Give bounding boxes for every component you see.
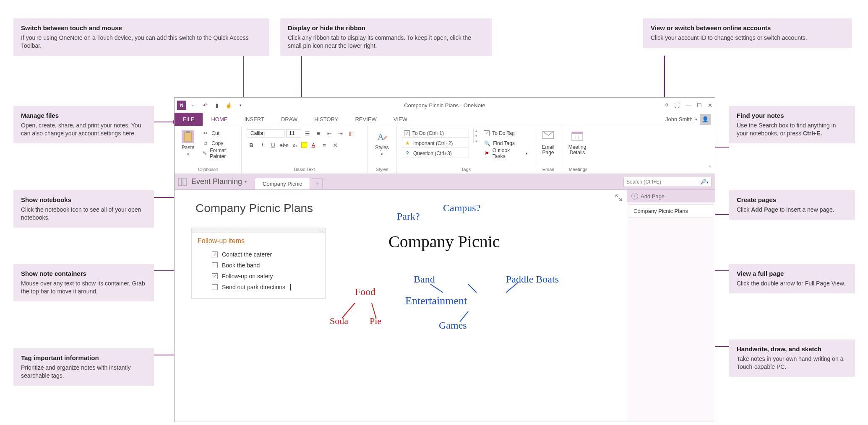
checkbox-icon[interactable] <box>212 262 218 268</box>
indent-left-icon[interactable]: ⇤ <box>325 129 334 138</box>
eraser-icon[interactable]: ◧ <box>347 129 356 138</box>
checkbox-icon[interactable]: ✓ <box>212 251 218 257</box>
bullets-icon[interactable]: ☰ <box>303 129 312 138</box>
scissors-icon: ✂ <box>202 130 209 137</box>
home-tab[interactable]: HOME <box>203 113 236 126</box>
checklist-item[interactable]: ✓Contact the caterer <box>212 249 319 260</box>
font-color-button[interactable]: A <box>309 140 318 150</box>
outlook-tasks-button[interactable]: ⚑Outlook Tasks▾ <box>482 149 530 158</box>
container-handle[interactable]: ↔ <box>192 228 325 233</box>
collapse-ribbon-icon[interactable]: ˄ <box>709 165 712 171</box>
history-tab[interactable]: HISTORY <box>306 113 347 126</box>
brush-icon: ✎ <box>202 150 207 157</box>
format-painter-button[interactable]: ✎Format Painter <box>201 149 236 158</box>
account-area[interactable]: John Smith ▾ 👤 <box>665 113 715 126</box>
page-canvas[interactable]: Company Picnic Plans ↔ Follow-up items ✓… <box>175 190 627 422</box>
page-list-item[interactable]: Company Picnic Plans <box>629 204 713 218</box>
todo-tag-button[interactable]: ✓To Do (Ctrl+1) <box>402 129 469 138</box>
handwritten-text: Band <box>414 274 435 285</box>
styles-button[interactable]: A Styles ▾ <box>373 129 391 156</box>
clear-format-button[interactable]: ✕ <box>331 140 340 150</box>
dock-icon[interactable]: ▮ <box>212 101 222 110</box>
indent-right-icon[interactable]: ⇥ <box>336 129 345 138</box>
chevron-down-icon: ▾ <box>187 152 189 156</box>
maximize-icon[interactable]: ☐ <box>697 102 702 109</box>
numbering-icon[interactable]: ≡ <box>314 129 323 138</box>
find-tags-button[interactable]: 🔍Find Tags <box>482 139 530 148</box>
add-section-button[interactable]: + <box>312 178 323 189</box>
full-screen-icon[interactable]: ⛶ <box>674 102 680 109</box>
qat-dropdown-icon[interactable]: ▾ <box>236 101 245 110</box>
view-tab[interactable]: VIEW <box>385 113 416 126</box>
checklist-item[interactable]: Book the band <box>212 260 319 271</box>
callout-title: View a full page <box>737 270 847 277</box>
meeting-details-button[interactable]: Meeting Details <box>566 129 588 155</box>
handwritten-text: Campus? <box>443 202 480 214</box>
highlight-button[interactable] <box>301 142 307 148</box>
minimize-icon[interactable]: — <box>686 102 691 109</box>
font-family-select[interactable]: Calibri <box>247 129 284 137</box>
tag-scroll-up-icon[interactable]: ▴ <box>475 129 477 133</box>
note-container[interactable]: ↔ Follow-up items ✓Contact the caterer B… <box>191 228 326 299</box>
ribbon: Paste ▾ ✂Cut ⧉Copy ✎Format Painter Clipb… <box>175 126 715 174</box>
window-controls: ? ⛶ — ☐ ✕ <box>665 102 712 109</box>
svg-rect-8 <box>178 178 182 186</box>
bold-button[interactable]: B <box>247 140 256 150</box>
draw-tab[interactable]: DRAW <box>273 113 306 126</box>
undo-icon[interactable]: ↶ <box>201 101 210 110</box>
checkbox-icon[interactable] <box>212 284 218 290</box>
notebook-dropdown[interactable]: Event Planning ▾ <box>191 177 247 186</box>
checkbox-icon: ✓ <box>404 130 410 136</box>
group-label: Email <box>540 167 556 172</box>
notebook-list-icon[interactable] <box>178 177 188 187</box>
file-tab[interactable]: FILE <box>175 113 203 126</box>
underline-button[interactable]: U <box>268 140 278 150</box>
group-label: Basic Text <box>247 167 362 172</box>
callout-title: Find your notes <box>737 112 847 119</box>
close-icon[interactable]: ✕ <box>708 102 712 109</box>
grip-icon: ↔ <box>320 229 323 233</box>
cut-button[interactable]: ✂Cut <box>201 129 236 138</box>
full-page-toggle[interactable] <box>615 194 623 202</box>
container-title[interactable]: Follow-up items <box>192 233 325 247</box>
paste-icon <box>182 130 194 143</box>
chevron-down-icon: ▾ <box>245 179 247 184</box>
paste-button[interactable]: Paste ▾ <box>180 129 196 156</box>
checklist-item[interactable]: ✓Follow-up on safety <box>212 271 319 282</box>
tags-group: ✓To Do (Ctrl+1) ★Important (Ctrl+2) ?Que… <box>397 126 535 174</box>
touch-mode-icon[interactable]: ☝ <box>224 101 233 110</box>
handwritten-text: Soda <box>330 316 348 327</box>
question-tag-button[interactable]: ?Question (Ctrl+3) <box>402 149 469 158</box>
callout-create-pages: Create pages Click Add Page to insert a … <box>729 190 855 220</box>
checklist-item[interactable]: Send out park directions <box>212 282 319 293</box>
italic-button[interactable]: I <box>258 140 267 150</box>
section-tab[interactable]: Company Picnic <box>255 178 310 189</box>
callout-full-page: View a full page Click the double arrow … <box>729 264 855 293</box>
callout-body: Click your account ID to change settings… <box>651 34 845 42</box>
callout-touch-switch: Switch between touch and mouse If you're… <box>13 18 269 56</box>
quick-access-toolbar: N ← ↶ ▮ ☝ ▾ <box>177 101 245 110</box>
checkbox-icon[interactable]: ✓ <box>212 273 218 279</box>
page-title[interactable]: Company Picnic Plans <box>195 202 313 215</box>
checklist: ✓Contact the caterer Book the band ✓Foll… <box>192 247 325 298</box>
callout-title: Handwrite, draw, and sketch <box>737 345 847 352</box>
insert-tab[interactable]: INSERT <box>236 113 272 126</box>
tag-expand-icon[interactable]: ≡ <box>475 139 477 143</box>
copy-button[interactable]: ⧉Copy <box>201 139 236 148</box>
todo-tag-apply-button[interactable]: ✓To Do Tag <box>482 129 530 138</box>
subscript-button[interactable]: x₂ <box>290 140 300 150</box>
callout-show-notebooks: Show notebooks Click the notebook icon t… <box>13 190 154 228</box>
important-tag-button[interactable]: ★Important (Ctrl+2) <box>402 139 469 148</box>
back-icon[interactable]: ← <box>189 101 198 110</box>
review-tab[interactable]: REVIEW <box>347 113 385 126</box>
email-page-button[interactable]: Email Page <box>540 129 556 155</box>
callout-manage-files: Manage files Open, create, share, and pr… <box>13 106 154 143</box>
strike-button[interactable]: abc <box>279 140 289 150</box>
font-size-select[interactable]: 11 <box>286 129 301 137</box>
group-label: Tags <box>402 167 530 172</box>
tag-scroll-down-icon[interactable]: ▾ <box>475 134 477 138</box>
align-button[interactable]: ≡ <box>320 140 329 150</box>
search-input[interactable]: Search (Ctrl+E) 🔎▾ <box>623 177 712 187</box>
help-icon[interactable]: ? <box>665 102 668 109</box>
add-page-button[interactable]: + Add Page <box>627 190 715 202</box>
